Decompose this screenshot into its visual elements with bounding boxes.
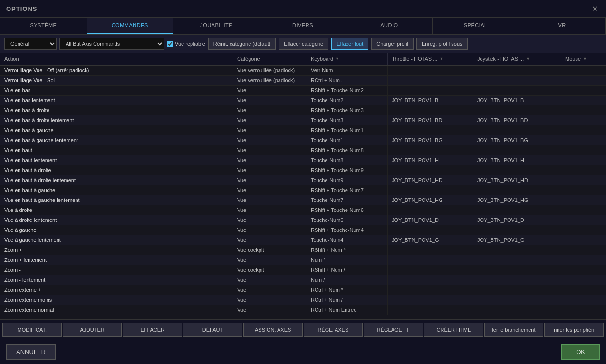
th-categorie[interactable]: Catégorie xyxy=(233,53,307,65)
assign-axes-button[interactable]: ASSIGN. AXES xyxy=(243,323,303,337)
tab-bar: SYSTÈME COMMANDES JOUABILITÉ DIVERS AUDI… xyxy=(0,18,606,35)
th-throttle[interactable]: Throttle - HOTAS ... ▼ xyxy=(388,53,473,65)
table-row[interactable]: Vue à droite Vue RShift + Touche-Num6 xyxy=(0,205,606,215)
td-action: Vue en haut lentement xyxy=(0,155,233,165)
td-categorie: Vue xyxy=(233,175,307,185)
reglage-ff-button[interactable]: RÉGLAGE FF xyxy=(364,323,423,337)
tab-vr[interactable]: VR xyxy=(519,18,606,34)
table-row[interactable]: Zoom externe + Vue RCtrl + Num * xyxy=(0,285,606,295)
td-throttle: JOY_BTN_POV1_BG xyxy=(388,135,473,145)
td-categorie: Vue verrouillée (padlock) xyxy=(233,66,307,75)
th-mouse[interactable]: Mouse ▼ xyxy=(561,53,606,65)
td-keyboard: Touche-Num4 xyxy=(307,235,388,245)
td-categorie: Vue xyxy=(233,195,307,205)
td-categorie: Vue xyxy=(233,125,307,135)
keyboard-sort-icon: ▼ xyxy=(335,57,339,61)
table-row[interactable]: Zoom - Vue cockpit RShift + Num / xyxy=(0,265,606,275)
td-keyboard: RCtrl + Num / xyxy=(307,295,388,305)
modificat-button[interactable]: MODIFICAT. xyxy=(2,323,62,337)
table-row[interactable]: Vue en haut à gauche Vue RShift + Touche… xyxy=(0,185,606,195)
td-mouse xyxy=(561,285,606,295)
table-row[interactable]: Vue en bas lentement Vue Touche-Num2 JOY… xyxy=(0,96,606,105)
table-row[interactable]: Zoom - lentement Vue Num / xyxy=(0,275,606,285)
mouse-sort-icon: ▼ xyxy=(583,57,587,61)
td-keyboard: RCtrl + Num Entree xyxy=(307,305,388,315)
footer: ANNULER OK xyxy=(0,340,606,364)
table-row[interactable]: Vue en haut à droite Vue RShift + Touche… xyxy=(0,165,606,175)
td-mouse xyxy=(561,125,606,135)
td-keyboard: Touche-Num8 xyxy=(307,155,388,165)
effacer-button[interactable]: EFFACER xyxy=(123,323,182,337)
table-row[interactable]: Vue à gauche lentement Vue Touche-Num4 J… xyxy=(0,235,606,245)
table-row[interactable]: Vue en bas Vue RShift + Touche-Num2 xyxy=(0,86,606,96)
td-joystick xyxy=(473,185,561,195)
close-button[interactable]: ✕ xyxy=(590,4,600,13)
td-mouse xyxy=(561,245,606,255)
td-mouse xyxy=(561,235,606,245)
cancel-button[interactable]: ANNULER xyxy=(6,344,56,360)
table-row[interactable]: Vue en bas à droite Vue RShift + Touche-… xyxy=(0,105,606,115)
table-row[interactable]: Vue en haut à droite lentement Vue Touch… xyxy=(0,175,606,185)
td-throttle: JOY_BTN_POV1_B xyxy=(388,96,473,105)
creer-html-button[interactable]: CRÉER HTML xyxy=(424,323,483,337)
tab-jouabilite[interactable]: JOUABILITÉ xyxy=(173,18,260,34)
table-row[interactable]: Zoom externe normal Vue RCtrl + Num Entr… xyxy=(0,305,606,315)
effacer-tout-button[interactable]: Effacer tout xyxy=(331,38,368,50)
tab-special[interactable]: SPÉCIAL xyxy=(433,18,519,34)
td-keyboard: RShift + Num / xyxy=(307,265,388,275)
regl-axes-button[interactable]: RÉGL. AXES xyxy=(304,323,363,337)
td-keyboard: Touche-Num9 xyxy=(307,175,388,185)
th-joystick[interactable]: Joystick - HOTAS ... ▼ xyxy=(473,53,561,65)
tab-commandes[interactable]: COMMANDES xyxy=(87,18,173,34)
branchement-button[interactable]: ler le branchement xyxy=(484,323,544,337)
td-keyboard: RShift + Touche-Num3 xyxy=(307,105,388,115)
table-row[interactable]: Vue à gauche Vue RShift + Touche-Num4 xyxy=(0,225,606,235)
td-action: Vue à droite lentement xyxy=(0,215,233,225)
ok-button[interactable]: OK xyxy=(561,344,600,360)
tab-audio[interactable]: AUDIO xyxy=(346,18,433,34)
td-categorie: Vue xyxy=(233,145,307,155)
table-row[interactable]: Verrouillage Vue - Sol Vue verrouillée (… xyxy=(0,76,606,86)
table-row[interactable]: Verrouillage Vue - Off (arrêt padlock) V… xyxy=(0,66,606,76)
table-row[interactable]: Vue à droite lentement Vue Touche-Num6 J… xyxy=(0,215,606,225)
peripheri-button[interactable]: nner les périphéri xyxy=(544,323,604,337)
td-joystick xyxy=(473,105,561,115)
table-row[interactable]: Vue en haut Vue RShift + Touche-Num8 xyxy=(0,145,606,155)
ajouter-button[interactable]: AJOUTER xyxy=(63,323,122,337)
enreg-profil-button[interactable]: Enreg. profil sous xyxy=(416,38,468,50)
td-mouse xyxy=(561,185,606,195)
td-keyboard: Touche-Num2 xyxy=(307,96,388,105)
table-row[interactable]: Vue en haut à gauche lentement Vue Touch… xyxy=(0,195,606,205)
table-body[interactable]: Verrouillage Vue - Off (arrêt padlock) V… xyxy=(0,66,606,319)
td-mouse xyxy=(561,86,606,95)
td-action: Vue en haut xyxy=(0,145,233,155)
reinit-button[interactable]: Réinit. catégorie (défaut) xyxy=(208,38,276,50)
th-keyboard[interactable]: Keyboard ▼ xyxy=(307,53,388,65)
vue-repliable-checkbox[interactable] xyxy=(167,41,173,47)
vue-repliable-label[interactable]: Vue repliable xyxy=(167,41,205,47)
filter-select[interactable]: All But Axis Commands xyxy=(59,38,164,50)
tab-divers[interactable]: DIVERS xyxy=(260,18,346,34)
table-row[interactable]: Vue en bas à droite lentement Vue Touche… xyxy=(0,115,606,125)
charger-profil-button[interactable]: Charger profil xyxy=(371,38,414,50)
td-mouse xyxy=(561,225,606,235)
td-joystick: JOY_BTN_POV1_B xyxy=(473,96,561,105)
defaut-button[interactable]: DÉFAUT xyxy=(183,323,242,337)
td-throttle xyxy=(388,165,473,175)
table-row[interactable]: Vue en bas à gauche Vue RShift + Touche-… xyxy=(0,125,606,135)
table-row[interactable]: Zoom + Vue cockpit RShift + Num * xyxy=(0,245,606,255)
bottom-bar: MODIFICAT. AJOUTER EFFACER DÉFAUT ASSIGN… xyxy=(0,319,606,340)
td-mouse xyxy=(561,76,606,85)
throttle-sort-icon: ▼ xyxy=(439,57,443,61)
table-row[interactable]: Zoom + lentement Vue Num * xyxy=(0,255,606,265)
table-row[interactable]: Vue en bas à gauche lentement Vue Touche… xyxy=(0,135,606,145)
category-select[interactable]: Général xyxy=(4,38,57,50)
th-action[interactable]: Action xyxy=(0,53,233,65)
footer-left: ANNULER xyxy=(6,344,56,360)
td-throttle xyxy=(388,225,473,235)
td-throttle xyxy=(388,205,473,215)
table-row[interactable]: Vue en haut lentement Vue Touche-Num8 JO… xyxy=(0,155,606,165)
effacer-cat-button[interactable]: Effacer catégorie xyxy=(279,38,328,50)
tab-systeme[interactable]: SYSTÈME xyxy=(0,18,87,34)
table-row[interactable]: Zoom externe moins Vue RCtrl + Num / xyxy=(0,295,606,305)
